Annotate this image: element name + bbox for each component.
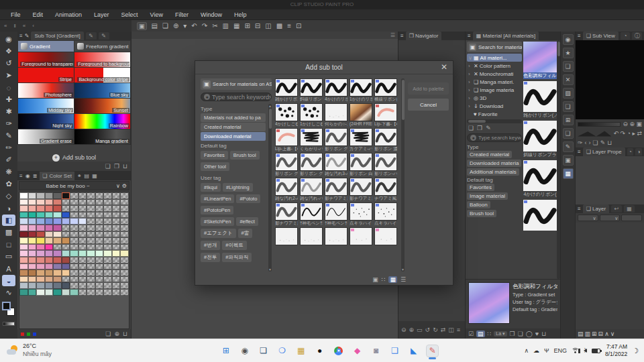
tree-item-manga-materi-[interactable]: ›❏Manga materi. <box>467 78 522 86</box>
color-swatch[interactable] <box>87 205 95 212</box>
color-swatch[interactable] <box>120 282 129 289</box>
taskbar-chat-icon[interactable]: ❍ <box>276 345 288 357</box>
color-swatch[interactable] <box>87 289 95 296</box>
category-icon[interactable]: ❏ <box>563 101 574 112</box>
category-icon[interactable]: ◉ <box>563 34 574 45</box>
weather-widget[interactable]: 26°C Nhiều mây <box>0 343 134 358</box>
header-icon[interactable]: ◔ <box>627 148 634 156</box>
color-swatch[interactable] <box>19 225 28 231</box>
color-swatch[interactable] <box>62 263 70 270</box>
color-swatch[interactable] <box>87 276 95 283</box>
category-icon[interactable]: ✕ <box>563 74 574 85</box>
command-icon[interactable]: ↷ <box>202 22 207 29</box>
color-swatch[interactable] <box>87 225 95 231</box>
color-swatch[interactable] <box>53 269 62 276</box>
color-swatch[interactable] <box>19 237 28 244</box>
brush-grid-item[interactable]: 影リボン 濃い目 <box>374 128 397 152</box>
color-swatch[interactable] <box>70 276 78 283</box>
color-swatch[interactable] <box>95 218 104 225</box>
pen-tool-icon[interactable]: ✎ <box>2 130 15 141</box>
color-swatch[interactable] <box>62 199 70 206</box>
navigator-control-icon[interactable]: ≡ <box>457 326 460 333</box>
command-icon[interactable]: ⊕ <box>173 22 178 29</box>
color-swatch[interactable] <box>28 263 37 270</box>
color-swatch[interactable] <box>78 192 87 199</box>
layer-action-icon[interactable]: ▤ <box>578 330 584 337</box>
color-swatch[interactable] <box>53 205 62 212</box>
color-swatch[interactable] <box>103 276 112 283</box>
color-swatch[interactable] <box>53 263 62 270</box>
color-swatch[interactable] <box>78 218 87 225</box>
eyedropper-tool-icon[interactable]: ✑ <box>2 118 15 129</box>
brush-grid-item[interactable]: 雑な汚れ2-ハ <box>275 178 298 201</box>
view-mode-icon[interactable]: ∷ <box>382 276 386 283</box>
color-swatch[interactable] <box>103 269 112 276</box>
trash-icon[interactable]: ⊔ <box>123 163 127 170</box>
color-swatch[interactable] <box>28 199 37 206</box>
gradient-tool-icon[interactable]: ▩ <box>2 227 15 238</box>
color-swatch[interactable] <box>45 225 54 231</box>
material-thumbnail[interactable]: 斜線リボンブラ <box>523 121 557 158</box>
color-swatch[interactable] <box>120 212 129 219</box>
subview-control-icon[interactable]: ▣ <box>636 121 642 127</box>
layer-action-icon[interactable]: ▥ <box>585 330 591 337</box>
brush-grid-item[interactable]: 何らかの○-ま <box>325 103 347 127</box>
color-swatch[interactable] <box>78 250 87 257</box>
color-swatch[interactable] <box>62 244 70 251</box>
cancel-button[interactable]: Cancel <box>408 99 449 111</box>
color-swatch[interactable] <box>45 192 54 199</box>
color-swatch[interactable] <box>19 231 28 238</box>
color-swatch[interactable] <box>45 282 54 289</box>
color-swatch[interactable] <box>62 231 70 238</box>
color-swatch[interactable] <box>53 225 62 231</box>
subview-control-icon[interactable]: ⊔ <box>607 139 612 146</box>
command-icon[interactable]: ▩ <box>276 22 282 29</box>
default-tag-button[interactable]: Brush tool <box>230 151 260 160</box>
color-swatch[interactable] <box>53 250 62 257</box>
tree-item-3d[interactable]: ›◎3D <box>467 94 522 102</box>
color-swatch[interactable] <box>62 276 70 283</box>
collapse-icon[interactable]: ‖ <box>13 23 15 29</box>
tree-item-image-materia[interactable]: ›❏Image materia <box>467 86 522 94</box>
brush-grid-item[interactable]: 雑な汚れ-ハッチ <box>300 178 323 201</box>
brush-grid-item[interactable]: 雑な汚れ3-ハ <box>325 153 347 176</box>
color-swatch[interactable] <box>36 269 45 276</box>
type-filter-button[interactable]: Created material <box>201 123 266 131</box>
eraser-tool-icon[interactable]: ◇ <box>2 190 15 202</box>
material-search-input[interactable]: ● Type search keyw... <box>467 133 522 142</box>
color-swatch[interactable] <box>78 237 87 244</box>
color-swatch[interactable] <box>53 282 62 289</box>
color-swatch[interactable] <box>95 237 104 244</box>
color-swatch[interactable] <box>70 257 78 263</box>
color-swatch[interactable] <box>112 192 121 199</box>
color-swatch[interactable] <box>103 250 112 257</box>
user-tag-button[interactable]: #파직파직 <box>222 253 252 262</box>
color-swatch[interactable] <box>95 282 104 289</box>
panel-menu-icon[interactable]: ≡ <box>578 206 581 212</box>
dialog-search-input[interactable]: ● Type search keywords <box>201 93 272 101</box>
color-swatch[interactable] <box>103 244 112 251</box>
colorset-tab[interactable]: ❏Color Set <box>40 172 74 180</box>
tab-gradient[interactable]: Gradient <box>18 41 74 52</box>
color-swatch[interactable] <box>28 289 37 296</box>
brush-grid-item[interactable]: 影リボン-ハッチ <box>374 153 397 176</box>
color-swatch[interactable] <box>28 237 37 244</box>
menu-animation[interactable]: Animation <box>50 11 87 18</box>
color-swatch[interactable] <box>87 212 95 219</box>
onedrive-icon[interactable]: ☁ <box>533 347 539 354</box>
brush-grid-item[interactable]: 点キラハイライト <box>350 202 372 226</box>
menu-filter[interactable]: Filter <box>170 11 194 18</box>
color-swatch[interactable] <box>70 269 78 276</box>
color-swatch[interactable] <box>70 263 78 270</box>
category-icon[interactable]: ▨ <box>563 88 574 99</box>
color-swatch[interactable] <box>78 225 87 231</box>
balloon-tool-icon[interactable]: ◒ <box>2 275 15 286</box>
navigator-control-icon[interactable]: ⊖ <box>401 326 407 333</box>
color-swatch[interactable] <box>120 269 129 276</box>
command-icon[interactable]: ⊞ <box>244 22 250 29</box>
gradient-item[interactable]: Background color stripe <box>74 68 130 82</box>
opacity-dropdown[interactable]: ∨ <box>600 215 621 221</box>
layer-action-icon[interactable]: ⊟ <box>598 330 604 337</box>
panel-collapse-strip[interactable]: «‖«‹ <box>0 20 131 32</box>
color-swatch[interactable] <box>19 192 28 199</box>
